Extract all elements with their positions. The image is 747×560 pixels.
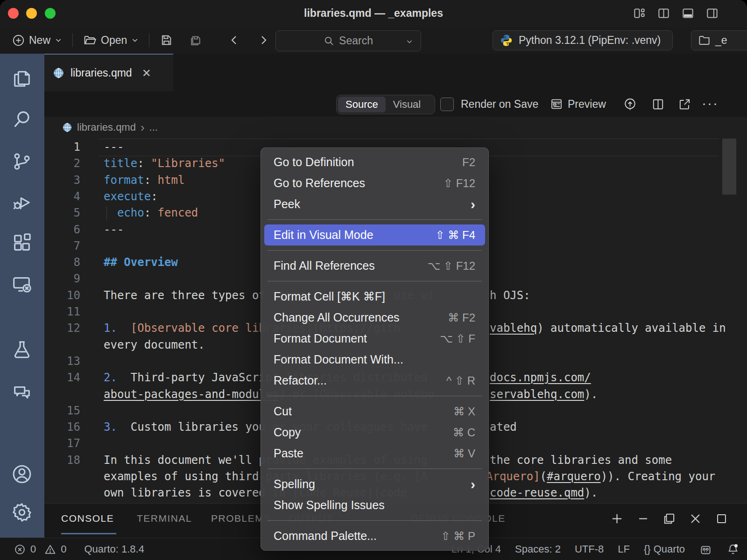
extensions-icon[interactable] bbox=[11, 232, 33, 254]
new-label: New bbox=[29, 34, 50, 47]
line-number: 7 bbox=[44, 238, 80, 254]
line-number: 12 bbox=[44, 320, 80, 336]
save-icon[interactable] bbox=[160, 34, 173, 47]
line-number: 2 bbox=[44, 155, 80, 172]
panel-tab-terminal[interactable]: TERMINAL bbox=[137, 504, 192, 533]
interpreter-label: Python 3.12.1 (PipEnv: .venv) bbox=[519, 34, 661, 47]
save-all-icon[interactable] bbox=[189, 33, 203, 47]
explorer-files-icon[interactable] bbox=[11, 68, 33, 90]
menu-item-go-to-definition[interactable]: Go to DefinitionF2 bbox=[264, 152, 485, 173]
menu-item-change-all-occurrences[interactable]: Change All Occurrences⌘ F2 bbox=[264, 307, 485, 328]
activity-bar bbox=[0, 54, 44, 538]
line-number: 8 bbox=[44, 254, 80, 271]
code-text-right: h OJS: bbox=[490, 287, 530, 304]
code-text-right: code-reuse.qmd). bbox=[490, 484, 598, 501]
menu-item-shortcut: ⇧ ⌘ F4 bbox=[436, 224, 475, 245]
code-text: --- bbox=[104, 139, 124, 155]
search-input[interactable]: Search bbox=[275, 30, 421, 51]
menu-item-go-to-references[interactable]: Go to References⇧ F12 bbox=[264, 173, 485, 194]
customize-layout-icon[interactable] bbox=[633, 7, 646, 20]
quarto-version[interactable]: Quarto: 1.8.4 bbox=[85, 543, 144, 555]
menu-item-shortcut: ⌘ X bbox=[453, 401, 475, 422]
warning-count[interactable]: 0 bbox=[61, 543, 66, 555]
titlebar: libraries.qmd — _examples bbox=[0, 0, 747, 27]
search-sidebar-icon[interactable] bbox=[11, 109, 33, 130]
panel-actions bbox=[610, 504, 728, 533]
back-icon[interactable] bbox=[229, 35, 240, 46]
panel-restore-icon[interactable] bbox=[662, 512, 676, 525]
menu-item-find-all-references[interactable]: Find All References⌥ ⇧ F12 bbox=[264, 255, 485, 276]
menu-item-edit-in-visual-mode[interactable]: Edit in Visual Mode⇧ ⌘ F4 bbox=[264, 224, 485, 245]
folder-icon bbox=[698, 34, 711, 47]
code-text: execute: bbox=[104, 188, 158, 205]
menu-item-shortcut: F2 bbox=[462, 152, 475, 173]
menu-item-paste[interactable]: Paste⌘ V bbox=[264, 443, 485, 464]
workspace-label: _e bbox=[715, 34, 727, 47]
toolbar-separator bbox=[72, 33, 73, 47]
panel-new-plus-icon[interactable] bbox=[610, 512, 624, 525]
run-debug-icon[interactable] bbox=[11, 192, 33, 213]
code-text-right: ated bbox=[490, 419, 517, 435]
panel-close-icon[interactable] bbox=[689, 512, 702, 525]
language-mode[interactable]: {} Quarto bbox=[644, 543, 685, 555]
menu-item-copy[interactable]: Copy⌘ C bbox=[264, 422, 485, 443]
source-control-icon[interactable] bbox=[11, 151, 33, 172]
split-layout-icon[interactable] bbox=[657, 7, 670, 20]
remote-devices-icon[interactable] bbox=[11, 273, 33, 295]
new-button[interactable]: New bbox=[12, 34, 62, 47]
menu-item-label: Format Cell [⌘K ⌘F] bbox=[274, 286, 475, 307]
language-label: Quarto bbox=[654, 543, 685, 555]
context-menu: Go to DefinitionF2Go to References⇧ F12P… bbox=[261, 147, 489, 551]
editor-scrollbar[interactable] bbox=[722, 139, 736, 195]
interpreter-selector[interactable]: Python 3.12.1 (PipEnv: .venv) bbox=[493, 30, 673, 50]
toggle-panel-icon[interactable] bbox=[682, 7, 694, 20]
line-number: 15 bbox=[44, 402, 80, 419]
encoding[interactable]: UTF-8 bbox=[575, 543, 604, 555]
menu-item-spelling[interactable]: Spelling› bbox=[264, 474, 485, 495]
errors-icon[interactable] bbox=[14, 544, 26, 555]
workspace-button[interactable]: _e bbox=[691, 30, 747, 50]
chevron-down-icon bbox=[55, 36, 62, 44]
code-text-right: the core libraries and some bbox=[490, 452, 672, 469]
line-number: 11 bbox=[44, 303, 80, 320]
toggle-secondary-sidebar-icon[interactable] bbox=[706, 7, 719, 20]
menu-item-label: Find All References bbox=[274, 255, 428, 276]
status-right: Ln 1, Col 4 Spaces: 2 UTF-8 LF {} Quarto bbox=[451, 538, 740, 560]
eol-sequence[interactable]: LF bbox=[618, 543, 630, 555]
folder-open-icon bbox=[83, 34, 97, 47]
menu-item-label: Peek bbox=[274, 194, 471, 215]
forward-icon[interactable] bbox=[258, 35, 269, 46]
panel-maximize-icon[interactable] bbox=[715, 512, 728, 525]
menu-item-command-palette[interactable]: Command Palette...⇧ ⌘ P bbox=[264, 525, 485, 546]
app-window: libraries.qmd — _examples New Open Searc… bbox=[0, 0, 747, 560]
notifications-bell-icon[interactable] bbox=[726, 543, 740, 556]
assistant-robot-icon[interactable] bbox=[699, 543, 712, 556]
warnings-icon[interactable] bbox=[44, 544, 56, 555]
menu-item-peek[interactable]: Peek› bbox=[264, 194, 485, 215]
menu-item-format-document[interactable]: Format Document⌥ ⇧ F bbox=[264, 328, 485, 349]
menu-item-shortcut: ⌥ ⇧ F bbox=[440, 328, 475, 349]
panel-tab-console[interactable]: CONSOLE bbox=[61, 504, 114, 533]
line-number: 13 bbox=[44, 353, 80, 370]
menu-item-format-cell-k-f[interactable]: Format Cell [⌘K ⌘F] bbox=[264, 286, 485, 307]
python-icon bbox=[500, 34, 513, 47]
settings-gear-icon[interactable] bbox=[11, 502, 33, 523]
main-toolbar: New Open Search Python 3.12.1 (PipEnv: bbox=[0, 27, 747, 54]
menu-item-format-document-with[interactable]: Format Document With... bbox=[264, 349, 485, 370]
active-panel-tab-underline bbox=[61, 533, 116, 534]
menu-item-cut[interactable]: Cut⌘ X bbox=[264, 401, 485, 422]
menu-item-label: Paste bbox=[274, 443, 453, 464]
open-button[interactable]: Open bbox=[83, 34, 139, 47]
testing-flask-icon[interactable] bbox=[11, 339, 33, 360]
indentation[interactable]: Spaces: 2 bbox=[515, 543, 561, 555]
menu-item-refactor[interactable]: Refactor...^ ⇧ R bbox=[264, 370, 485, 391]
account-icon[interactable] bbox=[11, 463, 33, 485]
menu-item-show-spelling-issues[interactable]: Show Spelling Issues bbox=[264, 495, 485, 516]
menu-item-label: Cut bbox=[274, 401, 453, 422]
error-count[interactable]: 0 bbox=[30, 543, 36, 555]
code-text-right: Arquero](#arquero)). Creating your bbox=[486, 468, 715, 485]
panel-minimize-icon[interactable] bbox=[636, 512, 650, 525]
menu-item-shortcut: ⌥ ⇧ F12 bbox=[428, 255, 475, 276]
chat-icon[interactable] bbox=[11, 382, 33, 403]
menu-item-label: Go to Definition bbox=[274, 152, 462, 173]
